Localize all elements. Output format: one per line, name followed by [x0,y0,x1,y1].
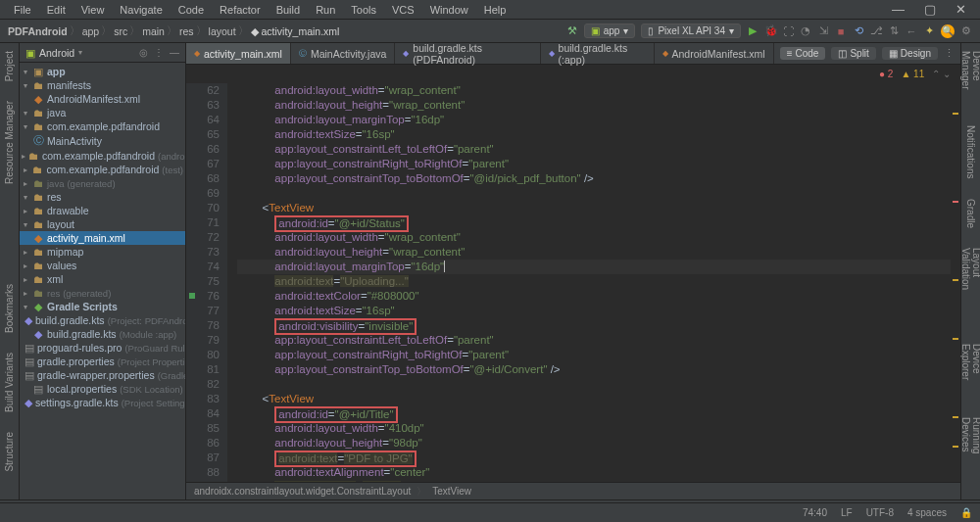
tool-device-explorer[interactable]: Device Explorer [960,344,981,397]
project-view-title[interactable]: Android [39,47,74,59]
tree-build-gradle-mod[interactable]: build.gradle.kts [47,328,117,340]
tab-more-icon[interactable]: ⋮ [944,47,955,60]
menu-refactor[interactable]: Refactor [214,2,267,18]
tree-res[interactable]: res [47,191,62,203]
tree-app[interactable]: app [47,66,66,77]
breadcrumb-part[interactable]: layout [209,25,236,37]
tab-build-gradle-proj[interactable]: ◆build.gradle.kts (PDFAndroid) [395,43,540,64]
tab-activity-main[interactable]: ◆activity_main.xml [186,43,291,64]
menu-window[interactable]: Window [424,2,474,18]
tree-mipmap[interactable]: mipmap [47,246,83,258]
menu-view[interactable]: View [75,2,111,18]
tree-manifest-file[interactable]: AndroidManifest.xml [47,93,140,105]
tree-local-props[interactable]: local.properties [47,383,117,395]
readonly-lock-icon[interactable]: 🔒 [960,507,972,518]
indent[interactable]: 4 spaces [907,507,947,518]
tree-settings[interactable]: settings.gradle.kts [35,397,119,408]
tree-wrapper[interactable]: gradle-wrapper.properties [37,369,155,381]
breadcrumb-part[interactable]: main [142,25,165,37]
menu-build[interactable]: Build [270,2,306,18]
tool-notifications[interactable]: Notifications [965,125,976,178]
git-icon[interactable]: ⎇ [870,24,882,37]
window-maximize-icon[interactable]: ▢ [918,0,942,19]
stop-icon[interactable]: ■ [835,25,847,37]
caret-position[interactable]: 74:40 [803,507,827,518]
code-editor[interactable]: 6263646566676869707172737475767778798081… [186,83,960,482]
tool-gradle[interactable]: Gradle [965,199,976,228]
menu-run[interactable]: Run [310,2,341,18]
view-design-button[interactable]: ▦Design [882,47,938,60]
project-tree[interactable]: ▾▣app ▾🖿manifests ◆AndroidManifest.xml ▾… [20,63,185,499]
breadcrumb-part[interactable]: res [179,25,194,37]
editor-breadcrumb[interactable]: androidx.constraintlayout.widget.Constra… [186,482,960,499]
crumb-textview[interactable]: TextView [432,486,471,497]
attach-icon[interactable]: ⇲ [817,24,829,37]
line-ending[interactable]: LF [841,507,853,518]
tree-package[interactable]: com.example.pdfandroid [42,150,155,162]
vcs-ops-icon[interactable]: ⇅ [888,24,900,37]
tool-project[interactable]: Project [4,51,15,81]
window-close-icon[interactable]: ✕ [950,0,972,19]
tree-layout[interactable]: layout [47,218,74,230]
tree-res-gen[interactable]: res [47,288,60,299]
tree-java-gen[interactable]: java [47,178,64,189]
tool-layout-validation[interactable]: Layout Validation [960,248,981,306]
tool-structure[interactable]: Structure [4,432,15,472]
code-body[interactable]: android:layout_width="wrap_content" andr… [227,83,951,482]
tree-java[interactable]: java [47,107,66,119]
tab-build-gradle-app[interactable]: ◆build.gradle.kts (:app) [541,43,655,64]
breadcrumb-file[interactable]: activity_main.xml [262,25,340,37]
run-config-selector[interactable]: ▣app▾ [584,24,636,38]
debug-icon[interactable]: 🐞 [764,24,776,37]
search-everywhere-icon[interactable]: 🔍 [941,24,955,38]
tree-package[interactable]: com.example.pdfandroid [46,164,159,175]
menu-vcs[interactable]: VCS [386,2,420,18]
encoding[interactable]: UTF-8 [866,507,894,518]
tree-activity-main[interactable]: activity_main.xml [47,232,125,244]
tree-values[interactable]: values [47,260,76,271]
inspection-summary[interactable]: ● 2 ▲ 11 ⌃ ⌄ [186,65,960,83]
crumb-constraintlayout[interactable]: androidx.constraintlayout.widget.Constra… [194,486,411,497]
menu-help[interactable]: Help [478,2,513,18]
menu-tools[interactable]: Tools [345,2,382,18]
hammer-build-icon[interactable]: ⚒ [566,24,578,37]
tab-manifest[interactable]: ◆AndroidManifest.xml [655,43,774,64]
tool-build-variants[interactable]: Build Variants [4,353,15,412]
device-selector[interactable]: ▯Pixel XL API 34▾ [641,24,741,38]
tree-gradle-props[interactable]: gradle.properties [37,356,115,367]
more-icon[interactable]: ⋮ [154,47,164,58]
menu-code[interactable]: Code [172,2,210,18]
error-stripe[interactable] [951,83,960,482]
tree-xml[interactable]: xml [47,273,63,285]
tree-build-gradle-proj[interactable]: build.gradle.kts [35,314,105,326]
tab-mainactivity[interactable]: ⒸMainActivity.java [291,43,395,64]
collapse-icon[interactable]: — [170,47,179,58]
run-icon[interactable]: ▶ [747,24,759,37]
view-split-button[interactable]: ◫Split [831,47,875,60]
breadcrumb-project[interactable]: PDFAndroid [8,25,68,37]
settings-icon[interactable]: ⚙ [960,24,972,37]
tool-bookmarks[interactable]: Bookmarks [4,284,15,333]
tree-mainactivity[interactable]: MainActivity [47,135,102,147]
tool-resource-manager[interactable]: Resource Manager [4,101,15,184]
view-code-button[interactable]: ≡Code [780,47,826,60]
tree-proguard[interactable]: proguard-rules.pro [37,342,122,354]
menu-file[interactable]: File [8,2,37,18]
tree-manifests[interactable]: manifests [47,79,91,91]
breadcrumb-part[interactable]: app [82,25,100,37]
breadcrumb-part[interactable]: src [114,25,127,37]
assistant-icon[interactable]: ✦ [923,24,935,37]
tree-package[interactable]: com.example.pdfandroid [47,120,160,132]
target-icon[interactable]: ◎ [139,47,148,58]
tool-device-manager[interactable]: Device Manager [960,51,981,106]
window-minimize-icon[interactable]: — [886,0,910,19]
profile-icon[interactable]: ◔ [800,24,811,37]
tool-running-devices[interactable]: Running Devices [960,417,981,474]
breadcrumb[interactable]: PDFAndroid 〉app 〉src 〉main 〉res 〉layout … [8,24,339,38]
tree-gradle-scripts[interactable]: Gradle Scripts [47,301,118,312]
menu-edit[interactable]: Edit [41,2,72,18]
back-icon[interactable]: ← [906,25,917,37]
menu-navigate[interactable]: Navigate [114,2,168,18]
tree-drawable[interactable]: drawable [47,205,89,216]
gutter[interactable]: 6263646566676869707172737475767778798081… [186,83,227,482]
